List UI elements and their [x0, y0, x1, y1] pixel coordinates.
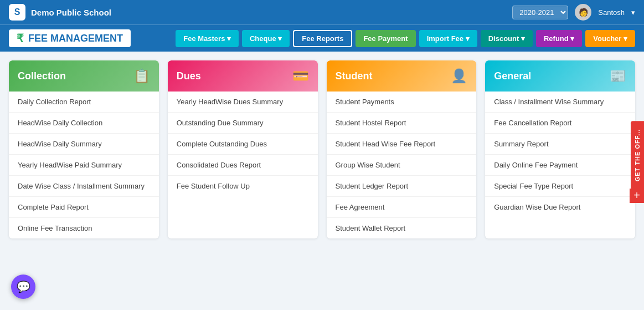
list-item[interactable]: Summary Report: [485, 134, 635, 155]
panel-icon-collection: 📋: [133, 68, 150, 84]
year-selector[interactable]: 2020-2021: [512, 6, 568, 19]
fee-payment-button[interactable]: Fee Payment: [356, 30, 415, 47]
top-bar-left: S Demo Public School: [9, 4, 111, 21]
panel-items-dues: Yearly HeadWise Dues SummaryOutstanding …: [168, 92, 318, 196]
list-item[interactable]: HeadWise Daily Collection: [9, 113, 159, 134]
list-item[interactable]: Guardian Wise Due Report: [485, 197, 635, 217]
list-item[interactable]: Daily Collection Report: [9, 92, 159, 113]
list-item[interactable]: Fee Cancellation Report: [485, 113, 635, 134]
list-item[interactable]: Complete Paid Report: [9, 197, 159, 218]
list-item[interactable]: Daily Online Fee Payment: [485, 155, 635, 176]
list-item[interactable]: Class / Installment Wise Summary: [485, 92, 635, 113]
school-name: Demo Public School: [31, 8, 111, 17]
panel-header-general: General📰: [485, 60, 635, 92]
nav-buttons: Fee Masters ▾Cheque ▾Fee ReportsFee Paym…: [176, 30, 635, 47]
panel-header-student: Student👤: [327, 60, 477, 92]
list-item[interactable]: Yearly HeadWise Paid Summary: [9, 155, 159, 176]
refund-button[interactable]: Refund ▾: [536, 30, 582, 47]
panel-dues: Dues💳Yearly HeadWise Dues SummaryOutstan…: [168, 60, 318, 238]
panel-title-collection: Collection: [18, 70, 66, 82]
main-content: Collection📋Daily Collection ReportHeadWi…: [0, 52, 644, 247]
list-item[interactable]: Fee Student Follow Up: [168, 176, 318, 196]
panel-header-dues: Dues💳: [168, 60, 318, 92]
import-fee-button[interactable]: Import Fee ▾: [419, 30, 477, 47]
list-item[interactable]: Complete Outstanding Dues: [168, 134, 318, 155]
list-item[interactable]: Group Wise Student: [327, 155, 477, 176]
panel-collection: Collection📋Daily Collection ReportHeadWi…: [9, 60, 159, 238]
panel-title-dues: Dues: [177, 70, 201, 82]
discount-button[interactable]: Discount ▾: [481, 30, 533, 47]
panel-general: General📰Class / Installment Wise Summary…: [485, 60, 635, 238]
side-tab-plus[interactable]: +: [630, 189, 644, 203]
avatar: 🧑: [575, 4, 591, 21]
panel-icon-general: 📰: [610, 68, 626, 84]
top-bar: S Demo Public School 2020-2021 🧑 Santosh…: [0, 0, 644, 24]
school-logo: S: [9, 4, 25, 21]
list-item[interactable]: Student Ledger Report: [327, 176, 477, 197]
list-item[interactable]: Yearly HeadWise Dues Summary: [168, 92, 318, 113]
list-item[interactable]: HeadWise Daily Summary: [9, 134, 159, 155]
list-item[interactable]: Online Fee Transaction: [9, 218, 159, 238]
user-dropdown-icon[interactable]: ▾: [631, 8, 635, 17]
list-item[interactable]: Fee Agreement: [327, 197, 477, 218]
panel-student: Student👤Student PaymentsStudent Hostel R…: [327, 60, 477, 238]
panel-icon-student: 👤: [451, 68, 467, 84]
cheque-button[interactable]: Cheque ▾: [242, 30, 290, 47]
list-item[interactable]: Student Wallet Report: [327, 218, 477, 238]
list-item[interactable]: Date Wise Class / Installment Summary: [9, 176, 159, 197]
panel-icon-dues: 💳: [292, 68, 309, 84]
list-item[interactable]: Outstanding Due Summary: [168, 113, 318, 134]
user-name[interactable]: Santosh: [598, 8, 625, 17]
fee-management-title: ₹ FEE MANAGEMENT: [9, 29, 131, 47]
list-item[interactable]: Special Fee Type Report: [485, 176, 635, 197]
list-item[interactable]: Student Head Wise Fee Report: [327, 134, 477, 155]
list-item[interactable]: Student Hostel Report: [327, 113, 477, 134]
panel-items-student: Student PaymentsStudent Hostel ReportStu…: [327, 92, 477, 238]
panel-title-student: Student: [336, 70, 373, 82]
top-bar-right: 2020-2021 🧑 Santosh ▾: [512, 4, 635, 21]
fee-masters-button[interactable]: Fee Masters ▾: [176, 30, 239, 47]
secondary-nav: ₹ FEE MANAGEMENT Fee Masters ▾Cheque ▾Fe…: [0, 24, 644, 52]
list-item[interactable]: Consolidated Dues Report: [168, 155, 318, 176]
side-tab[interactable]: GET THE OFF...: [631, 121, 644, 189]
list-item[interactable]: Student Payments: [327, 92, 477, 113]
panel-items-collection: Daily Collection ReportHeadWise Daily Co…: [9, 92, 159, 238]
panel-title-general: General: [494, 70, 531, 82]
voucher-button[interactable]: Voucher ▾: [585, 30, 635, 47]
panel-items-general: Class / Installment Wise SummaryFee Canc…: [485, 92, 635, 217]
rupee-icon: ₹: [17, 32, 24, 45]
fee-reports-button[interactable]: Fee Reports: [293, 30, 352, 47]
panel-header-collection: Collection📋: [9, 60, 159, 92]
